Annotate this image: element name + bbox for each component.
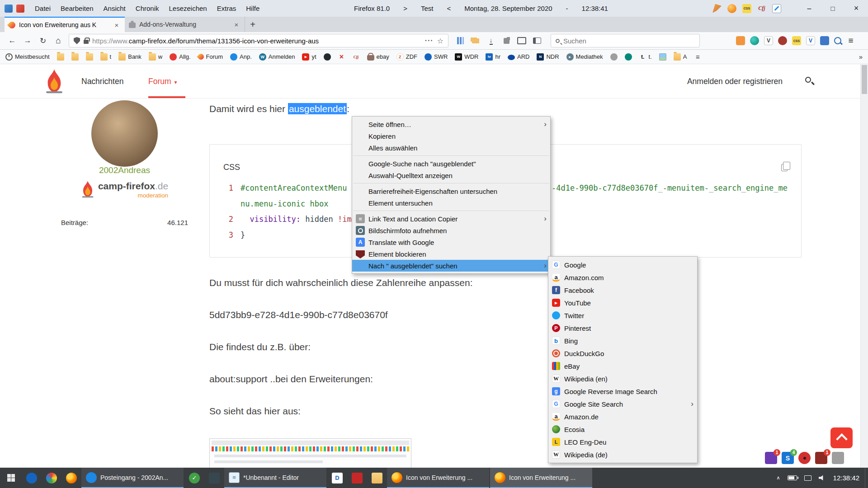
volume-icon[interactable] <box>819 475 825 481</box>
search-engine-item[interactable]: Ecosia <box>548 423 697 436</box>
context-menu-item[interactable]: Nach " ausgeblendet" suchen <box>352 260 550 272</box>
search-engine-item[interactable]: Amazon.com <box>548 271 697 284</box>
tab-close-icon[interactable] <box>232 20 241 28</box>
ext-orange-icon[interactable] <box>736 36 745 45</box>
bookmark-item[interactable]: Forum <box>198 53 223 60</box>
context-menu-item[interactable]: Auswahl-Quelltext anzeigen <box>352 169 550 181</box>
minimize-button[interactable] <box>797 0 821 17</box>
taskbar-item[interactable]: Icon von Erweiterung ... <box>490 468 592 488</box>
menubar-item[interactable]: Datei <box>30 0 56 17</box>
show-desktop-button[interactable] <box>865 468 868 488</box>
bookmark-item[interactable] <box>57 53 64 61</box>
tab-close-icon[interactable] <box>113 21 121 29</box>
bookmark-item[interactable]: hr <box>486 53 500 61</box>
bookmark-star-icon[interactable] <box>437 37 443 45</box>
bookmark-item[interactable]: yt <box>302 53 316 61</box>
url-bar[interactable]: https://www.camp-firefox.de/forum/thema/… <box>69 34 448 47</box>
bookmark-item[interactable] <box>353 53 360 61</box>
taskbar-item[interactable] <box>61 468 81 488</box>
bookmarks-overflow-chevron[interactable]: » <box>859 53 863 61</box>
taskbar-item[interactable] <box>22 468 42 488</box>
notification-icon[interactable] <box>832 452 844 464</box>
search-engine-item[interactable]: Bing <box>548 334 697 347</box>
menubar-item[interactable]: Bearbeiten <box>56 0 99 17</box>
start-button[interactable] <box>0 468 22 488</box>
notification-icon[interactable] <box>798 452 811 464</box>
bookmark-item[interactable]: ARD <box>508 53 529 60</box>
user-avatar[interactable] <box>91 100 158 167</box>
search-engine-item[interactable]: Google <box>548 258 697 271</box>
taskbar-item[interactable] <box>42 468 61 488</box>
notes-icon[interactable] <box>772 4 781 13</box>
username-link[interactable]: 2002Andreas <box>61 165 188 175</box>
bookmark-item[interactable] <box>338 53 345 61</box>
bookmark-item[interactable]: A <box>674 53 687 61</box>
back-button[interactable] <box>5 34 20 47</box>
bookmark-item[interactable] <box>659 53 666 61</box>
bookmark-item[interactable]: t. <box>639 53 652 61</box>
search-bar[interactable]: Suchen <box>551 34 700 47</box>
taskbar-item[interactable] <box>184 468 204 488</box>
library-icon[interactable] <box>454 34 467 47</box>
bookmark-item[interactable] <box>610 53 618 61</box>
menubar-item[interactable]: Extras <box>212 0 241 17</box>
bookmark-item[interactable]: Allg. <box>170 53 190 61</box>
search-engine-item[interactable]: Google Reverse Image Search <box>548 385 697 398</box>
bookmark-item[interactable] <box>324 53 331 61</box>
bookmark-item[interactable]: Mediathek <box>566 53 603 61</box>
ext-grid-icon[interactable] <box>846 36 855 45</box>
context-menu-item[interactable]: Google-Suche nach "ausgeblendet" <box>352 158 550 169</box>
bookmark-item[interactable]: SWR <box>425 53 448 61</box>
bookmark-item[interactable] <box>694 53 701 61</box>
bookmark-item[interactable]: Anmelden <box>259 53 295 61</box>
context-menu-item[interactable]: Alles auswählen <box>352 142 550 154</box>
ext-maroon-icon[interactable] <box>778 36 787 45</box>
search-engine-item[interactable]: eBay <box>548 360 697 372</box>
context-menu-item[interactable]: Element untersuchen <box>352 197 550 209</box>
bookmark-item[interactable]: Meistbesucht <box>5 53 50 61</box>
bookmark-item[interactable]: WDR <box>455 53 478 61</box>
css-badge-icon[interactable] <box>742 4 751 13</box>
network-icon[interactable] <box>804 475 811 481</box>
search-engine-item[interactable]: Twitter <box>548 309 697 322</box>
bookmark-item[interactable]: w <box>149 53 162 61</box>
search-engine-item[interactable]: Wikipedia (de) <box>548 448 697 461</box>
context-menu-item[interactable]: Element blockieren <box>352 248 550 260</box>
forward-button[interactable] <box>20 34 35 47</box>
bookmark-item[interactable] <box>86 53 93 61</box>
puzzle-icon[interactable] <box>500 34 513 47</box>
ext-v-icon[interactable] <box>764 36 773 45</box>
context-menu-item[interactable]: Bildschirmfoto aufnehmen <box>352 225 550 236</box>
new-tab-button[interactable] <box>245 17 260 32</box>
quill-icon[interactable] <box>712 4 722 13</box>
menubar-item[interactable]: Chronik <box>131 0 164 17</box>
login-link[interactable]: Anmelden oder registrieren <box>687 64 783 99</box>
ext-teal-icon[interactable] <box>750 36 759 45</box>
notification-icon[interactable]: 4 <box>782 452 794 464</box>
menubar-item[interactable]: Lesezeichen <box>164 0 212 17</box>
copy-code-icon[interactable] <box>781 164 788 171</box>
attachment-thumbnail[interactable] <box>209 438 411 468</box>
taskbar-item[interactable] <box>367 468 387 488</box>
tray-expand-icon[interactable] <box>777 475 780 481</box>
taskbar-item[interactable]: *Unbenannt - Editor <box>224 468 326 488</box>
ext-v2-icon[interactable] <box>806 36 815 45</box>
bookmark-item[interactable]: ebay <box>367 53 389 61</box>
context-menu-item[interactable]: Link Text and Location Copier <box>352 213 550 225</box>
search-engine-item[interactable]: Facebook <box>548 284 697 296</box>
scroll-to-top-button[interactable] <box>830 427 853 448</box>
context-menu-item[interactable]: Kopieren <box>352 130 550 142</box>
cfj-logo-icon[interactable] <box>757 4 766 13</box>
taskbar-item[interactable] <box>327 468 347 488</box>
search-engine-item[interactable]: YouTube <box>548 296 697 309</box>
battery-icon[interactable] <box>788 475 797 480</box>
site-search-icon[interactable] <box>805 77 811 83</box>
bookmark-item[interactable]: ZDF <box>396 53 417 61</box>
search-engine-item[interactable]: Pinterest <box>548 322 697 334</box>
orange-ball-icon[interactable] <box>727 4 736 13</box>
sidebar-icon[interactable] <box>531 34 543 47</box>
camera-icon[interactable] <box>515 34 528 47</box>
lock-icon[interactable] <box>84 40 89 44</box>
search-engine-item[interactable]: Amazon.de <box>548 410 697 423</box>
notification-icon[interactable]: 1 <box>815 452 827 464</box>
